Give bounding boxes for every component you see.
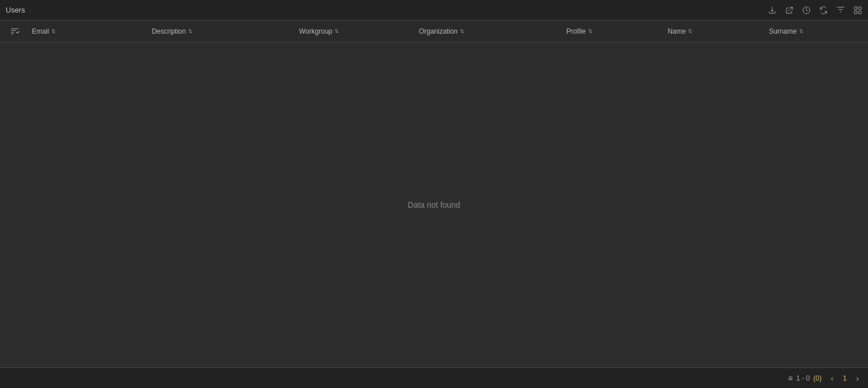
col-header-workgroup[interactable]: Workgroup ⇅	[295, 27, 414, 35]
export-icon[interactable]	[768, 6, 777, 15]
col-header-name[interactable]: Name ⇅	[663, 27, 764, 35]
sort-icon-description: ⇅	[188, 29, 193, 34]
columns-icon[interactable]	[853, 6, 862, 15]
col-header-description[interactable]: Description ⇅	[147, 27, 295, 35]
col-header-email[interactable]: Email ⇅	[27, 27, 147, 35]
sort-icon-name: ⇅	[688, 29, 692, 34]
col-header-organization[interactable]: Organization ⇅	[414, 27, 562, 35]
history-icon[interactable]	[802, 6, 811, 15]
next-page-button[interactable]: ›	[854, 373, 861, 384]
empty-state-message: Data not found	[408, 200, 461, 209]
col-header-surname[interactable]: Surname ⇅	[764, 27, 866, 35]
column-header: Email ⇅ Description ⇅ Workgroup ⇅ Organi…	[0, 21, 868, 42]
toolbar-icons	[768, 6, 862, 15]
filter-icon[interactable]	[836, 6, 845, 15]
share-icon[interactable]	[785, 6, 794, 15]
svg-rect-4	[858, 11, 861, 14]
main-content: Data not found	[0, 42, 868, 367]
pagination-range: 1 - 0	[796, 374, 810, 382]
select-all-icon[interactable]	[2, 26, 27, 37]
page-title: Users	[6, 6, 25, 14]
pagination-count: (0)	[813, 374, 822, 382]
sort-icon-workgroup: ⇅	[335, 29, 339, 34]
sort-icon-profile: ⇅	[588, 29, 593, 34]
pagination-info: ≡ 1 - 0 (0)	[788, 374, 822, 383]
svg-rect-3	[854, 11, 857, 14]
footer-pagination: ≡ 1 - 0 (0) ‹ 1 ›	[0, 367, 868, 388]
title-bar: Users	[0, 0, 868, 21]
pagination-controls: ‹ 1 ›	[829, 373, 861, 384]
current-page-number: 1	[840, 374, 849, 382]
title-bar-left: Users	[6, 6, 25, 14]
sort-icon-email: ⇅	[51, 29, 56, 34]
sort-icon-organization: ⇅	[460, 29, 464, 34]
col-header-profile[interactable]: Profile ⇅	[562, 27, 663, 35]
refresh-icon[interactable]	[819, 6, 828, 15]
prev-page-button[interactable]: ‹	[829, 373, 836, 384]
pagination-list-icon: ≡	[788, 374, 793, 383]
svg-rect-2	[858, 7, 861, 10]
svg-rect-1	[854, 7, 857, 10]
sort-icon-surname: ⇅	[799, 29, 804, 34]
